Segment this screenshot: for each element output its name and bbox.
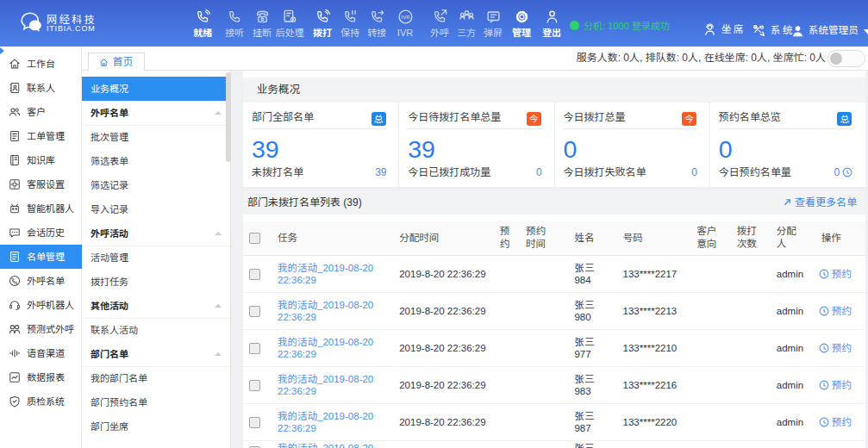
svg-text:IVR: IVR bbox=[401, 15, 409, 20]
